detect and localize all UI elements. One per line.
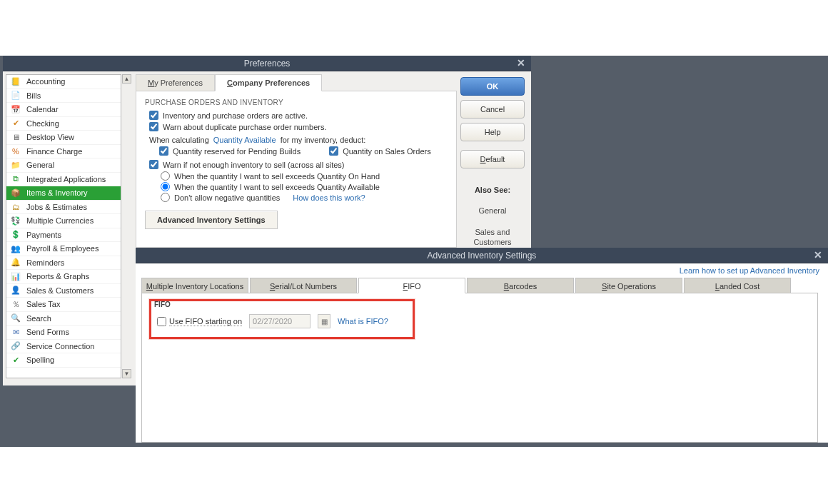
sidebar-item-reminders[interactable]: 🔔Reminders bbox=[6, 256, 121, 271]
sidebar-item-label: Desktop View bbox=[26, 133, 74, 141]
sales-customers-icon: 👤 bbox=[9, 285, 22, 296]
sidebar-item-label: Sales Tax bbox=[26, 300, 61, 308]
help-button[interactable]: Help bbox=[460, 123, 525, 141]
sidebar-item-search[interactable]: 🔍Search bbox=[6, 312, 121, 326]
checkbox-sales-orders[interactable] bbox=[329, 146, 338, 156]
sidebar-item-service-connection[interactable]: 🔗Service Connection bbox=[6, 340, 121, 354]
adv-tab-multiple-inventory-locations[interactable]: Multiple Inventory Locations bbox=[141, 278, 248, 293]
sidebar-item-label: Reports & Graphs bbox=[26, 272, 89, 281]
preferences-sidebar[interactable]: 📒Accounting📄Bills📅Calendar✔Checking🖥Desk… bbox=[6, 74, 121, 378]
close-icon[interactable]: ✕ bbox=[812, 250, 824, 261]
checkbox-inventory-active[interactable] bbox=[149, 111, 158, 120]
sidebar-item-label: Integrated Applications bbox=[26, 175, 106, 183]
advanced-inventory-titlebar: Advanced Inventory Settings ✕ bbox=[136, 248, 828, 263]
sidebar-item-general[interactable]: 📁General bbox=[6, 158, 121, 173]
link-how-does-this-work[interactable]: How does this work? bbox=[293, 193, 365, 202]
sidebar-item-label: Service Connection bbox=[26, 342, 94, 351]
finance-charge-icon: % bbox=[9, 146, 22, 157]
spelling-icon: ✔ bbox=[9, 354, 22, 366]
jobs-estimates-icon: 🗂 bbox=[9, 201, 22, 213]
also-see-general[interactable]: General bbox=[478, 206, 506, 216]
sidebar-item-label: Accounting bbox=[26, 77, 65, 86]
sidebar-item-label: Items & Inventory bbox=[26, 188, 88, 197]
fifo-panel: FIFO Use FIFO starting on ▦ What is FIFO… bbox=[141, 293, 818, 443]
sidebar-item-label: Payments bbox=[26, 231, 61, 239]
payments-icon: 💲 bbox=[9, 229, 22, 241]
sidebar-item-payroll-employees[interactable]: 👥Payroll & Employees bbox=[6, 242, 121, 256]
sidebar-item-desktop-view[interactable]: 🖥Desktop View bbox=[6, 131, 121, 145]
sidebar-item-label: Checking bbox=[26, 119, 59, 128]
adv-tab-site-operations[interactable]: Site Operations bbox=[575, 278, 682, 293]
scroll-down-icon[interactable]: ▼ bbox=[122, 369, 131, 378]
default-button[interactable]: Default bbox=[460, 150, 525, 168]
calendar-icon: 📅 bbox=[9, 104, 22, 115]
scroll-up-icon[interactable]: ▲ bbox=[122, 74, 131, 84]
integrated-applications-icon: ⧉ bbox=[9, 173, 22, 185]
ok-button[interactable]: OK bbox=[460, 77, 525, 96]
checkbox-warn-not-enough[interactable] bbox=[149, 160, 158, 169]
fifo-date-field[interactable] bbox=[249, 314, 310, 328]
sidebar-item-calendar[interactable]: 📅Calendar bbox=[6, 103, 121, 117]
label-use-fifo: Use FIFO starting on bbox=[169, 317, 242, 326]
fifo-group-highlight: FIFO Use FIFO starting on ▦ What is FIFO… bbox=[149, 299, 415, 339]
sidebar-item-label: Reminders bbox=[26, 258, 64, 267]
adv-tab-landed-cost[interactable]: Landed Cost bbox=[684, 278, 791, 293]
reports-graphs-icon: 📊 bbox=[9, 271, 22, 282]
checkbox-warn-duplicate[interactable] bbox=[149, 122, 158, 131]
sidebar-item-jobs-estimates[interactable]: 🗂Jobs & Estimates bbox=[6, 201, 121, 215]
sidebar-item-multiple-currencies[interactable]: 💱Multiple Currencies bbox=[6, 214, 121, 228]
desktop-view-icon: 🖥 bbox=[9, 131, 22, 143]
radio-exceeds-available[interactable] bbox=[161, 182, 170, 191]
sidebar-item-sales-customers[interactable]: 👤Sales & Customers bbox=[6, 284, 121, 298]
adv-tab-serial-lot-numbers[interactable]: Serial/Lot Numbers bbox=[250, 278, 357, 293]
preferences-titlebar: Preferences ✕ bbox=[3, 56, 531, 71]
sidebar-item-integrated-applications[interactable]: ⧉Integrated Applications bbox=[6, 173, 121, 187]
checkbox-use-fifo[interactable] bbox=[157, 317, 166, 326]
tab-company-preferences[interactable]: Company Preferences bbox=[215, 74, 322, 91]
general-icon: 📁 bbox=[9, 159, 22, 171]
link-quantity-available[interactable]: Quantity Available bbox=[213, 136, 276, 144]
sidebar-item-finance-charge[interactable]: %Finance Charge bbox=[6, 145, 121, 159]
close-icon[interactable]: ✕ bbox=[515, 58, 527, 69]
label-warn-not-enough: Warn if not enough inventory to sell (ac… bbox=[163, 161, 345, 169]
send-forms-icon: ✉ bbox=[9, 326, 22, 338]
sidebar-item-send-forms[interactable]: ✉Send Forms bbox=[6, 326, 121, 340]
link-what-is-fifo[interactable]: What is FIFO? bbox=[338, 317, 388, 326]
also-see-sales-customers[interactable]: Sales and Customers bbox=[457, 227, 528, 247]
sidebar-item-label: Sales & Customers bbox=[26, 286, 94, 295]
checking-icon: ✔ bbox=[9, 118, 22, 129]
search-icon: 🔍 bbox=[9, 313, 22, 324]
sidebar-item-label: General bbox=[26, 161, 54, 169]
label-sales-orders: Quantity on Sales Orders bbox=[343, 147, 431, 156]
tab-my-preferences[interactable]: My Preferences bbox=[136, 74, 215, 91]
sidebar-item-payments[interactable]: 💲Payments bbox=[6, 228, 121, 243]
sidebar-item-spelling[interactable]: ✔Spelling bbox=[6, 353, 121, 368]
label-exceeds-on-hand: When the quantity I want to sell exceeds… bbox=[174, 172, 380, 181]
company-preferences-panel: PURCHASE ORDERS AND INVENTORY Inventory … bbox=[136, 91, 457, 248]
link-learn-advanced-inventory[interactable]: Learn how to set up Advanced Inventory bbox=[680, 266, 819, 275]
fifo-legend: FIFO bbox=[153, 301, 172, 308]
label-exceeds-available: When the quantity I want to sell exceeds… bbox=[174, 183, 380, 191]
calendar-icon[interactable]: ▦ bbox=[318, 314, 330, 328]
radio-exceeds-on-hand[interactable] bbox=[161, 171, 170, 181]
checkbox-pending-builds[interactable] bbox=[159, 146, 168, 156]
adv-tab-fifo[interactable]: FIFO bbox=[358, 278, 465, 293]
sidebar-item-items-inventory[interactable]: 📦Items & Inventory bbox=[6, 186, 121, 201]
label-inventory-active: Inventory and purchase orders are active… bbox=[163, 111, 308, 120]
advanced-inventory-settings-button[interactable]: Advanced Inventory Settings bbox=[145, 211, 278, 229]
cancel-button[interactable]: Cancel bbox=[460, 100, 525, 119]
radio-no-negative[interactable] bbox=[161, 193, 170, 202]
sidebar-item-label: Calendar bbox=[26, 105, 59, 114]
adv-tab-barcodes[interactable]: Barcodes bbox=[467, 278, 574, 293]
sidebar-item-reports-graphs[interactable]: 📊Reports & Graphs bbox=[6, 270, 121, 284]
sidebar-item-bills[interactable]: 📄Bills bbox=[6, 89, 121, 104]
sidebar-item-label: Multiple Currencies bbox=[26, 216, 94, 225]
sidebar-item-checking[interactable]: ✔Checking bbox=[6, 117, 121, 131]
also-see-label: Also See: bbox=[475, 186, 510, 194]
multiple-currencies-icon: 💱 bbox=[9, 215, 22, 226]
sidebar-item-sales-tax[interactable]: ％Sales Tax bbox=[6, 298, 121, 312]
advanced-inventory-tabs: Multiple Inventory LocationsSerial/Lot N… bbox=[136, 278, 828, 293]
sidebar-item-label: Bills bbox=[26, 91, 41, 100]
sidebar-item-accounting[interactable]: 📒Accounting bbox=[6, 75, 121, 89]
items-inventory-icon: 📦 bbox=[9, 187, 22, 198]
